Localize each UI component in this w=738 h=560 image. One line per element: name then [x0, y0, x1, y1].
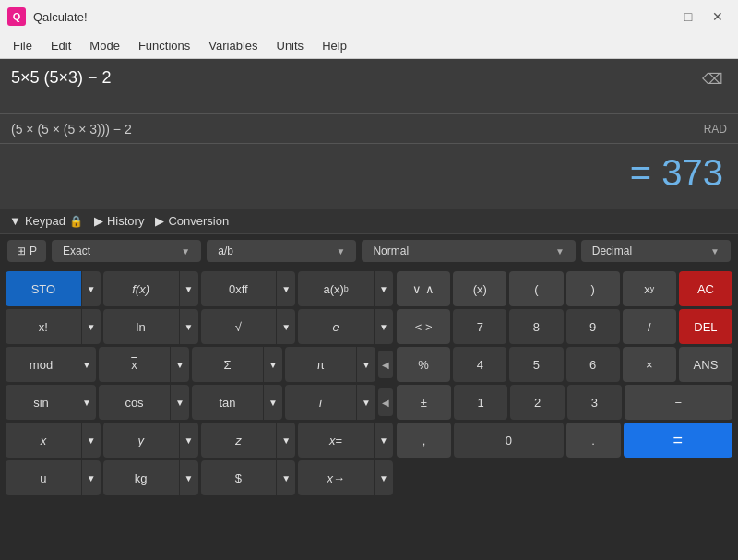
parens-x-key[interactable]: (x) [453, 271, 506, 306]
menu-variables[interactable]: Variables [199, 36, 267, 55]
sto-dropdown[interactable]: ▼ [82, 271, 101, 306]
y-dropdown[interactable]: ▼ [180, 423, 198, 458]
compare-key[interactable]: < > [397, 309, 450, 344]
menu-edit[interactable]: Edit [42, 36, 80, 55]
fx-dropdown[interactable]: ▼ [180, 271, 198, 306]
dollar-key[interactable]: $ [201, 460, 277, 495]
i-dropdown[interactable]: ▼ [357, 385, 375, 420]
key-1[interactable]: 1 [454, 385, 508, 420]
e-dropdown[interactable]: ▼ [375, 309, 393, 344]
hex-dropdown[interactable]: ▼ [277, 271, 295, 306]
z-key[interactable]: z [201, 423, 277, 458]
sin-dropdown[interactable]: ▼ [77, 385, 96, 420]
history-toggle[interactable]: ▶ History [94, 214, 144, 228]
ans-key[interactable]: ANS [679, 347, 732, 382]
key-row-3: mod ▼ x ▼ Σ ▼ π ▼ ◀ [6, 347, 393, 382]
menu-help[interactable]: Help [313, 36, 356, 55]
dot-key[interactable]: . [566, 423, 621, 458]
xarrow-dropdown[interactable]: ▼ [375, 460, 393, 495]
ln-key[interactable]: ln [103, 309, 179, 344]
xfact-key[interactable]: x! [6, 309, 81, 344]
equals-key[interactable]: = [624, 423, 732, 458]
minimize-button[interactable]: — [646, 6, 672, 27]
x-key[interactable]: x [6, 423, 81, 458]
sto-key[interactable]: STO [6, 271, 81, 306]
normal-dropdown[interactable]: Normal ▼ [362, 240, 575, 262]
logic-key[interactable]: ∨ ∧ [397, 271, 450, 306]
power-key[interactable]: xy [623, 271, 676, 306]
menu-bar: File Edit Mode Functions Variables Units… [0, 33, 738, 59]
u-dropdown[interactable]: ▼ [82, 460, 101, 495]
xbar-key-group: x ▼ [99, 347, 189, 382]
fx-key[interactable]: f(x) [103, 271, 179, 306]
lparen-key[interactable]: ( [509, 271, 563, 306]
comma-key[interactable]: , [397, 423, 451, 458]
key-5[interactable]: 5 [509, 347, 563, 382]
row-expander-4[interactable]: ◀ [378, 388, 393, 416]
key-2[interactable]: 2 [510, 385, 565, 420]
xeq-dropdown[interactable]: ▼ [375, 423, 393, 458]
u-key[interactable]: u [6, 460, 81, 495]
tan-dropdown[interactable]: ▼ [264, 385, 282, 420]
pi-key[interactable]: π [285, 347, 356, 382]
menu-functions[interactable]: Functions [129, 36, 199, 55]
key-9[interactable]: 9 [566, 309, 620, 344]
rparen-key[interactable]: ) [566, 271, 620, 306]
ac-key[interactable]: AC [679, 271, 732, 306]
key-4[interactable]: 4 [453, 347, 506, 382]
z-dropdown[interactable]: ▼ [277, 423, 295, 458]
close-button[interactable]: ✕ [705, 6, 731, 27]
e-key[interactable]: e [298, 309, 374, 344]
plusminus-key[interactable]: ± [397, 385, 451, 420]
xeq-key[interactable]: x = [298, 423, 374, 458]
sigma-key[interactable]: Σ [192, 347, 263, 382]
p-button[interactable]: ⊞ P [7, 240, 46, 262]
ax-key[interactable]: a(x)b [298, 271, 374, 306]
keypad-toggle[interactable]: ▼ Keypad 🔒 [9, 214, 83, 228]
y-key[interactable]: y [103, 423, 179, 458]
sigma-dropdown[interactable]: ▼ [264, 347, 282, 382]
sin-key[interactable]: sin [6, 385, 77, 420]
xarrow-key[interactable]: x → [298, 460, 374, 495]
i-key[interactable]: i [285, 385, 356, 420]
maximize-button[interactable]: □ [675, 6, 701, 27]
key-8[interactable]: 8 [509, 309, 563, 344]
hex-key[interactable]: 0xff [201, 271, 277, 306]
dollar-dropdown[interactable]: ▼ [277, 460, 295, 495]
kg-key[interactable]: kg [103, 460, 179, 495]
del-key[interactable]: DEL [679, 309, 732, 344]
ln-dropdown[interactable]: ▼ [180, 309, 198, 344]
cos-dropdown[interactable]: ▼ [171, 385, 189, 420]
key-7[interactable]: 7 [453, 309, 506, 344]
mod-dropdown[interactable]: ▼ [77, 347, 96, 382]
sqrt-key[interactable]: √ [201, 309, 277, 344]
menu-units[interactable]: Units [268, 36, 314, 55]
ab-dropdown[interactable]: a/b ▼ [207, 240, 356, 262]
ax-dropdown[interactable]: ▼ [375, 271, 393, 306]
kg-dropdown[interactable]: ▼ [180, 460, 198, 495]
conversion-toggle[interactable]: ▶ Conversion [155, 214, 229, 228]
xbar-key[interactable]: x [99, 347, 170, 382]
key-6[interactable]: 6 [566, 347, 620, 382]
menu-mode[interactable]: Mode [80, 36, 129, 55]
xbar-dropdown[interactable]: ▼ [171, 347, 189, 382]
row-expander-3[interactable]: ◀ [378, 351, 393, 378]
menu-file[interactable]: File [4, 36, 42, 55]
divide-key[interactable]: / [623, 309, 676, 344]
backspace-button[interactable]: ⌫ [698, 68, 727, 89]
sqrt-dropdown[interactable]: ▼ [277, 309, 295, 344]
mod-key[interactable]: mod [6, 347, 77, 382]
exact-dropdown[interactable]: Exact ▼ [52, 240, 201, 262]
minus-key[interactable]: − [625, 385, 732, 420]
pi-dropdown[interactable]: ▼ [357, 347, 375, 382]
xfact-dropdown[interactable]: ▼ [82, 309, 101, 344]
multiply-key[interactable]: × [623, 347, 676, 382]
x-dropdown[interactable]: ▼ [82, 423, 101, 458]
history-label: History [107, 214, 144, 228]
tan-key[interactable]: tan [192, 385, 263, 420]
key-0[interactable]: 0 [454, 423, 563, 458]
key-3[interactable]: 3 [567, 385, 622, 420]
cos-key[interactable]: cos [99, 385, 170, 420]
decimal-dropdown[interactable]: Decimal ▼ [581, 240, 731, 262]
percent-key[interactable]: % [397, 347, 450, 382]
